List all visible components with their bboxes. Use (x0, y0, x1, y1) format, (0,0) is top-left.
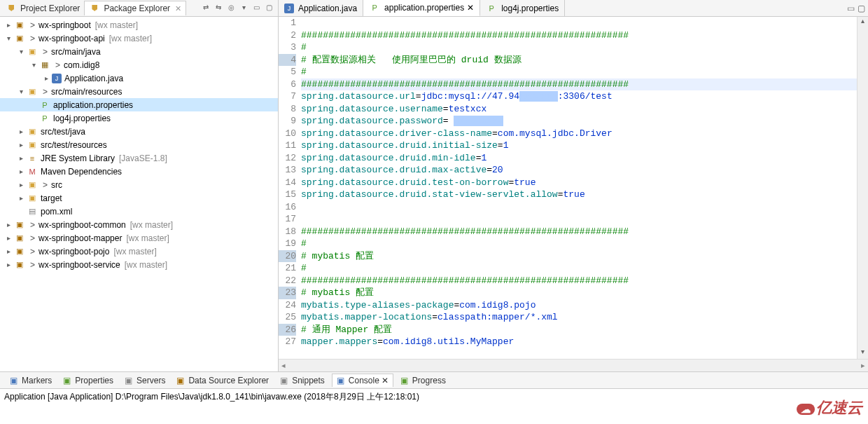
tree-item[interactable]: ▸▣>wx-springboot-common[wx master] (0, 218, 278, 231)
close-icon[interactable]: ✕ (467, 3, 474, 13)
tree-item[interactable]: ▸▣>src (0, 178, 278, 191)
code-line[interactable]: spring.datasource.password= xxxxxxxxx (301, 115, 857, 128)
editor-tab[interactable]: JApplication.java (279, 0, 363, 16)
code-line[interactable]: mybatis.mapper-locations=classpath:mappe… (301, 311, 857, 324)
tree-item[interactable]: ▸▣>wx-springboot-pojo[wx master] (0, 245, 278, 258)
code-editor[interactable]: 1234567891011121314151617181920212223242… (279, 17, 868, 359)
changed-indicator: > (43, 47, 48, 57)
code-line[interactable]: # (301, 262, 857, 275)
minimize-editor-icon[interactable]: ▭ (847, 4, 855, 13)
view-icon: ▣ (10, 376, 20, 385)
code-line[interactable] (301, 201, 857, 214)
code-line[interactable]: # (301, 238, 857, 250)
editor-tab[interactable]: Papplication.properties✕ (363, 0, 480, 16)
code-line[interactable]: mybatis.type-aliases-package=com.idig8.p… (301, 299, 857, 312)
expand-toggle-icon[interactable]: ▸ (17, 154, 25, 162)
tree-item[interactable]: ▸▣target (0, 191, 278, 205)
expand-toggle-icon[interactable]: ▸ (4, 247, 13, 255)
scroll-right-arrow-icon[interactable]: ▸ (861, 361, 865, 370)
code-line[interactable]: # mybatis 配置 (301, 287, 857, 299)
horizontal-scrollbar[interactable]: ◂ ▸ (279, 359, 868, 371)
bottom-tab[interactable]: ▣Servers (120, 374, 169, 387)
code-line[interactable]: spring.datasource.username=testxcx (301, 103, 857, 116)
code-line[interactable]: spring.datasource.druid.test-on-borrow=t… (301, 177, 857, 189)
tree-item[interactable]: ▸MMaven Dependencies (0, 165, 278, 178)
scroll-left-arrow-icon[interactable]: ◂ (281, 361, 286, 370)
code-line[interactable]: spring.datasource.druid.max-active=20 (301, 164, 857, 177)
code-line[interactable]: ########################################… (301, 78, 857, 91)
expand-toggle-icon[interactable]: ▸ (4, 234, 13, 242)
close-icon[interactable]: ✕ (382, 376, 388, 385)
expand-toggle-icon[interactable]: ▸ (42, 74, 50, 82)
expand-toggle-icon[interactable]: ▾ (17, 88, 25, 95)
tree-item-suffix: [wx master] (125, 260, 167, 270)
code-line[interactable]: ########################################… (301, 275, 857, 287)
tree-item[interactable]: ▸▣src/test/java (0, 125, 278, 138)
expand-toggle-icon[interactable]: ▸ (17, 194, 25, 202)
scroll-up-arrow-icon[interactable]: ▴ (858, 17, 868, 28)
bottom-tab[interactable]: ▣Properties (59, 374, 118, 387)
code-line[interactable]: spring.datasource.druid.stat-view-servle… (301, 189, 857, 201)
code-line[interactable]: spring.datasource.driver-class-name=com.… (301, 128, 857, 140)
tree-item[interactable]: ▤pom.xml (0, 205, 278, 218)
tree-item[interactable]: ▸▣>wx-springboot[wx master] (0, 18, 278, 32)
tree-item[interactable]: ▸▣src/test/resources (0, 138, 278, 151)
expand-toggle-icon[interactable]: ▸ (4, 21, 13, 29)
expand-toggle-icon[interactable]: ▸ (17, 128, 25, 135)
code-line[interactable]: # 通用 Mapper 配置 (301, 324, 857, 336)
project-tree[interactable]: ▸▣>wx-springboot[wx master]▾▣>wx-springb… (0, 17, 278, 371)
minimize-icon[interactable]: ▭ (251, 4, 261, 13)
code-line[interactable]: ########################################… (301, 29, 857, 42)
expand-toggle-icon[interactable]: ▾ (17, 48, 25, 55)
editor-tab[interactable]: Plog4j.properties (480, 0, 565, 16)
expand-toggle-icon[interactable]: ▸ (4, 221, 13, 228)
code-line[interactable]: # 配置数据源相关 使用阿里巴巴的 druid 数据源 (301, 54, 857, 67)
maximize-icon[interactable]: ▢ (264, 4, 274, 13)
tree-item[interactable]: ▾▦>com.idig8 (0, 58, 278, 71)
code-line[interactable]: # (301, 41, 857, 54)
explorer-tab[interactable]: ⛊Project Explorer (1, 1, 84, 15)
expand-toggle-icon[interactable]: ▸ (4, 261, 13, 268)
tree-item[interactable]: Papplication.properties (0, 98, 278, 111)
code-line[interactable]: # mybatis 配置 (301, 250, 857, 263)
code-line[interactable] (301, 17, 857, 29)
code-line[interactable]: spring.datasource.url=jdbc:mysql://47.94… (301, 90, 857, 103)
tree-item[interactable]: ▸≡JRE System Library[JavaSE-1.8] (0, 151, 278, 165)
close-icon[interactable]: ✕ (175, 4, 181, 13)
expand-toggle-icon[interactable]: ▸ (17, 181, 25, 189)
explorer-tab[interactable]: ⛊Package Explorer✕ (84, 1, 186, 15)
explorer-tab-label: Package Explorer (104, 4, 170, 13)
maximize-editor-icon[interactable]: ▢ (858, 4, 865, 13)
tree-item[interactable]: Plog4j.properties (0, 111, 278, 125)
code-line[interactable]: spring.datasource.druid.initial-size=1 (301, 139, 857, 152)
tree-item[interactable]: ▾▣>src/main/java (0, 45, 278, 58)
expand-toggle-icon[interactable]: ▸ (17, 141, 25, 149)
code-line[interactable] (301, 213, 857, 226)
tree-item[interactable]: ▸▣>wx-springboot-service[wx master] (0, 258, 278, 271)
bottom-tab[interactable]: ▣Markers (6, 374, 56, 387)
link-editor-icon[interactable]: ⇆ (214, 4, 223, 13)
expand-toggle-icon[interactable]: ▾ (4, 34, 13, 42)
scroll-down-arrow-icon[interactable]: ▾ (858, 348, 868, 359)
tree-item[interactable]: ▾▣>src/main/resources (0, 85, 278, 98)
bottom-tab[interactable]: ▣Console✕ (332, 374, 393, 387)
code-line[interactable]: spring.datasource.druid.min-idle=1 (301, 152, 857, 165)
tree-item[interactable]: ▸▣>wx-springboot-mapper[wx master] (0, 231, 278, 245)
tree-item[interactable]: ▸JApplication.java (0, 71, 278, 85)
code-line[interactable]: mapper.mappers=com.idig8.utils.MyMapper (301, 336, 857, 348)
collapse-all-icon[interactable]: ⇄ (201, 4, 211, 13)
code-line[interactable]: ########################################… (301, 226, 857, 238)
expand-toggle-icon[interactable]: ▸ (17, 167, 25, 175)
bottom-tab[interactable]: ▣Progress (396, 374, 450, 387)
code-line[interactable]: # (301, 66, 857, 78)
focus-icon[interactable]: ◎ (226, 4, 236, 13)
tree-item[interactable]: ▾▣>wx-springboot-api[wx master] (0, 32, 278, 45)
tree-item-label: wx-springboot (38, 20, 91, 30)
line-number: 22 (279, 275, 296, 287)
vertical-scrollbar[interactable]: ▴ ▾ (857, 17, 868, 359)
expand-toggle-icon[interactable]: ▾ (29, 61, 38, 69)
code-lines[interactable]: ########################################… (300, 17, 857, 348)
bottom-tab[interactable]: ▣Snippets (276, 374, 329, 387)
view-menu-icon[interactable]: ▾ (239, 4, 248, 13)
bottom-tab[interactable]: ▣Data Source Explorer (172, 374, 273, 387)
